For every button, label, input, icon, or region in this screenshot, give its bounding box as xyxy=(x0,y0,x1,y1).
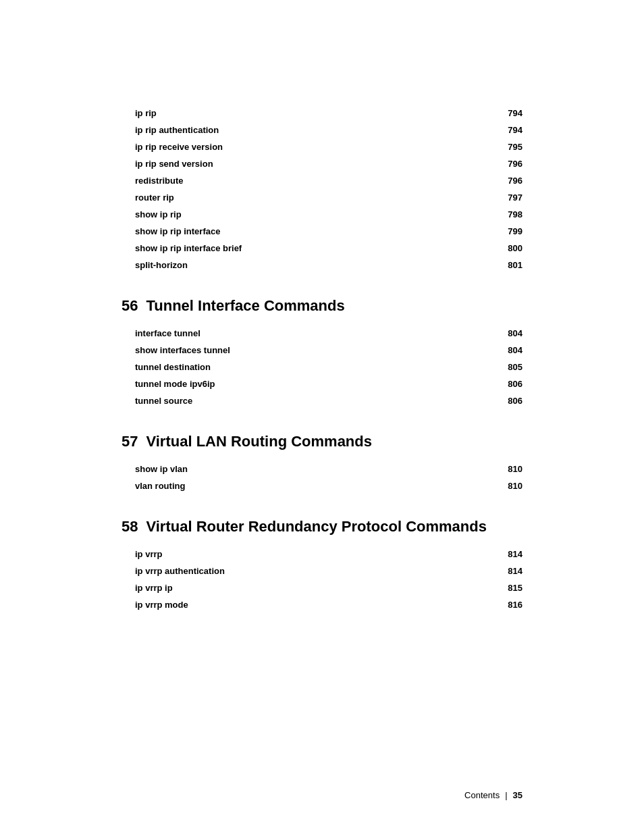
section-number: 56 xyxy=(122,297,138,315)
toc-entry: tunnel destination805 xyxy=(135,362,522,372)
toc-entry-label: ip vrrp mode xyxy=(135,600,188,610)
toc-entry-label: ip vrrp ip xyxy=(135,583,173,593)
page: ip rip794ip rip authentication794ip rip … xyxy=(0,0,644,834)
toc-entry: ip rip receive version795 xyxy=(135,142,522,152)
toc-entry-page: 804 xyxy=(502,345,522,355)
toc-entry-label: show interfaces tunnel xyxy=(135,345,230,355)
toc-entry-page: 795 xyxy=(502,142,522,152)
toc-entry-label: ip vrrp xyxy=(135,549,162,559)
toc-entry-page: 805 xyxy=(502,362,522,372)
toc-entry: interface tunnel804 xyxy=(135,328,522,338)
section-entries-56: interface tunnel804show interfaces tunne… xyxy=(135,328,522,406)
toc-entry: router rip797 xyxy=(135,192,522,203)
toc-entry-label: ip vrrp authentication xyxy=(135,566,225,576)
toc-entry: ip vrrp mode816 xyxy=(135,600,522,610)
toc-entry-label: vlan routing xyxy=(135,481,185,491)
toc-entry-label: ip rip send version xyxy=(135,159,213,169)
toc-entry: ip vrrp814 xyxy=(135,549,522,559)
toc-entry: show ip rip interface brief800 xyxy=(135,243,522,253)
section-number: 57 xyxy=(122,433,138,450)
section-title: Virtual LAN Routing Commands xyxy=(146,433,372,450)
footer-page: 35 xyxy=(513,790,522,800)
toc-entry: show interfaces tunnel804 xyxy=(135,345,522,355)
section-heading-57: 57Virtual LAN Routing Commands xyxy=(122,433,522,450)
page-footer: Contents | 35 xyxy=(464,790,522,800)
toc-entry-page: 814 xyxy=(502,549,522,559)
toc-entry-page: 810 xyxy=(502,481,522,491)
toc-entry-page: 796 xyxy=(502,159,522,169)
section-heading-58: 58Virtual Router Redundancy Protocol Com… xyxy=(122,518,522,536)
toc-entry-label: redistribute xyxy=(135,176,184,186)
toc-entry-label: interface tunnel xyxy=(135,328,200,338)
toc-entry-label: tunnel source xyxy=(135,396,192,406)
toc-entry-page: 816 xyxy=(502,600,522,610)
toc-entry: tunnel source806 xyxy=(135,396,522,406)
section-title: Tunnel Interface Commands xyxy=(146,297,344,315)
toc-entry: redistribute796 xyxy=(135,176,522,186)
toc-entry: ip rip send version796 xyxy=(135,159,522,169)
toc-entry-page: 806 xyxy=(502,396,522,406)
toc-entry-label: split-horizon xyxy=(135,260,188,270)
toc-entry-label: show ip rip interface brief xyxy=(135,243,242,253)
toc-entry: show ip vlan810 xyxy=(135,464,522,474)
sections-container: 56Tunnel Interface Commandsinterface tun… xyxy=(122,297,522,610)
toc-entry: ip vrrp ip815 xyxy=(135,583,522,593)
toc-entry-page: 797 xyxy=(502,192,522,203)
toc-entry-page: 801 xyxy=(502,260,522,270)
toc-entry-page: 796 xyxy=(502,176,522,186)
toc-entry-label: ip rip receive version xyxy=(135,142,223,152)
toc-entry: show ip rip interface799 xyxy=(135,226,522,236)
toc-entry: tunnel mode ipv6ip806 xyxy=(135,379,522,389)
section-heading-56: 56Tunnel Interface Commands xyxy=(122,297,522,315)
toc-entry-page: 806 xyxy=(502,379,522,389)
footer-separator: | xyxy=(505,790,507,800)
toc-entry-label: tunnel mode ipv6ip xyxy=(135,379,215,389)
toc-entry-label: show ip rip xyxy=(135,209,182,219)
toc-entry: ip rip794 xyxy=(135,108,522,118)
toc-entry-label: ip rip xyxy=(135,108,157,118)
toc-entry: ip vrrp authentication814 xyxy=(135,566,522,576)
section-number: 58 xyxy=(122,518,138,536)
section-entries-57: show ip vlan810vlan routing810 xyxy=(135,464,522,491)
toc-entry-page: 798 xyxy=(502,209,522,219)
toc-entry-label: tunnel destination xyxy=(135,362,211,372)
toc-entry-page: 804 xyxy=(502,328,522,338)
toc-entry-page: 799 xyxy=(502,226,522,236)
toc-entry: vlan routing810 xyxy=(135,481,522,491)
toc-entry-page: 800 xyxy=(502,243,522,253)
toc-entry: ip rip authentication794 xyxy=(135,125,522,135)
toc-entry-label: show ip rip interface xyxy=(135,226,220,236)
toc-entry-page: 794 xyxy=(502,108,522,118)
toc-entry-page: 794 xyxy=(502,125,522,135)
toc-entry-label: router rip xyxy=(135,192,174,203)
toc-entry: show ip rip798 xyxy=(135,209,522,219)
toc-entry-page: 815 xyxy=(502,583,522,593)
toc-entry-label: ip rip authentication xyxy=(135,125,219,135)
toc-entry-page: 814 xyxy=(502,566,522,576)
top-entries: ip rip794ip rip authentication794ip rip … xyxy=(135,108,522,270)
section-entries-58: ip vrrp814ip vrrp authentication814ip vr… xyxy=(135,549,522,610)
section-title: Virtual Router Redundancy Protocol Comma… xyxy=(146,518,486,536)
toc-entry-label: show ip vlan xyxy=(135,464,188,474)
toc-entry-page: 810 xyxy=(502,464,522,474)
toc-entry: split-horizon801 xyxy=(135,260,522,270)
footer-label: Contents xyxy=(464,790,500,800)
